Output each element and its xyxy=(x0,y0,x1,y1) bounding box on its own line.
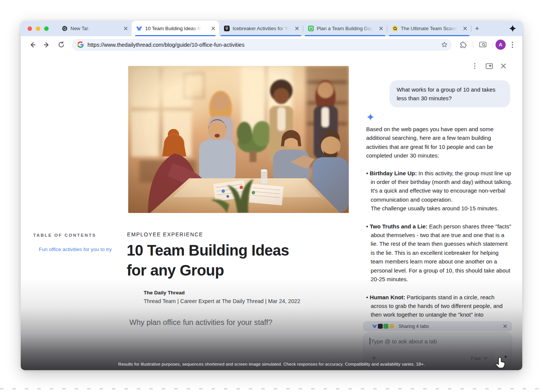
tab-label: Icebreaker Activities for Yo xyxy=(233,26,289,31)
toolbar-separator xyxy=(492,41,492,48)
zoom-window-button[interactable] xyxy=(44,26,49,31)
close-tab-icon[interactable] xyxy=(379,26,383,31)
tab-label: The Ultimate Team Scaveng xyxy=(401,26,457,31)
panel-header xyxy=(471,62,507,70)
prompt-placeholder: Type @ to ask about a tab xyxy=(371,338,437,345)
bullet-human-knot: • Human Knot: Participants stand in a ci… xyxy=(366,293,512,319)
toc-link[interactable]: Fun office activities for you to try xyxy=(39,247,112,252)
chrome-icon xyxy=(61,26,67,32)
toolbar-separator xyxy=(473,41,473,48)
scavenger-favicon xyxy=(392,26,398,32)
reload-icon[interactable] xyxy=(55,38,67,51)
panel-menu-icon[interactable] xyxy=(471,62,479,70)
open-in-window-icon[interactable] xyxy=(485,62,493,70)
byline-publisher: The Daily Thread xyxy=(144,290,185,296)
close-panel-icon[interactable] xyxy=(500,62,507,70)
close-window-button[interactable] xyxy=(28,26,32,31)
article-section-heading: Why plan office fun activities for your … xyxy=(129,318,272,327)
url-text: https://www.thedailythread.com/blog/guid… xyxy=(87,42,437,48)
icebreaker-favicon xyxy=(224,26,230,32)
tab-plan-team-building-day[interactable]: Plan a Team Building Day Th xyxy=(303,21,387,36)
close-tab-icon[interactable] xyxy=(124,26,128,31)
text-caret xyxy=(370,338,370,345)
bullet-birthday-line-up: • Birthday Line Up: In this activity, th… xyxy=(366,169,512,213)
film-strip-decoration xyxy=(0,388,543,389)
extensions-icon[interactable] xyxy=(457,38,470,51)
bullet-two-truths-and-a-lie: • Two Truths and a Lie: Each person shar… xyxy=(366,222,512,284)
send-button[interactable] xyxy=(494,351,507,365)
user-message-bubble: What works for a group of 10 and takes l… xyxy=(390,80,510,107)
tab-label: New Tab xyxy=(71,26,89,31)
sharing-label: Sharing 4 tabs xyxy=(397,324,500,329)
tab-scavenger-hunt[interactable]: The Ultimate Team Scaveng xyxy=(387,21,471,36)
new-tab-button[interactable]: + xyxy=(471,21,483,36)
minimize-window-button[interactable] xyxy=(36,26,40,31)
tab-search-icon[interactable] xyxy=(476,38,489,51)
assistant-response: Based on the web pages you have open and… xyxy=(366,125,512,328)
screen: New Tab 10 Team Building Ideas for a xyxy=(0,0,543,392)
tab-label: 10 Team Building Ideas for a xyxy=(145,26,202,31)
toc-title: TABLE OF CONTENTS xyxy=(33,233,96,237)
mouse-cursor-pointer xyxy=(496,354,509,369)
gemini-response-sparkle-icon xyxy=(367,113,374,121)
close-tab-icon[interactable] xyxy=(295,26,299,31)
assistant-panel: What works for a group of 10 and takes l… xyxy=(363,53,522,370)
browser-menu-icon[interactable] xyxy=(507,38,518,51)
tab-label: Plan a Team Building Day Th xyxy=(317,26,373,31)
article-category: EMPLOYEE EXPERIENCE xyxy=(127,231,203,237)
profile-avatar[interactable]: A xyxy=(495,40,506,50)
model-selector[interactable]: Fast xyxy=(471,355,488,361)
response-intro: Based on the web pages you have open and… xyxy=(366,125,512,160)
forward-icon[interactable] xyxy=(40,38,53,51)
tab-team-building-ideas[interactable]: 10 Team Building Ideas for a xyxy=(132,21,219,36)
byline-meta: Thread Team | Career Expert at The Daily… xyxy=(144,298,300,304)
address-bar[interactable]: https://www.thedailythread.com/blog/guid… xyxy=(72,39,452,51)
browser-toolbar: https://www.thedailythread.com/blog/guid… xyxy=(21,36,522,53)
browser-window: New Tab 10 Team Building Ideas for a xyxy=(21,21,522,370)
butterfly-favicon xyxy=(136,26,142,32)
calendar-favicon xyxy=(308,26,314,32)
article-title: 10 Team Building Ideas for any Group xyxy=(127,240,308,280)
google-logo-icon xyxy=(77,41,84,48)
prompt-placeholder-row: Type @ to ask about a tab xyxy=(370,338,506,345)
model-label: Fast xyxy=(471,355,481,361)
close-tab-icon[interactable] xyxy=(211,26,215,31)
gemini-sparkle-icon[interactable] xyxy=(503,21,522,36)
tab-new-tab[interactable]: New Tab xyxy=(57,21,132,36)
article-pane: TABLE OF CONTENTS Fun office activities … xyxy=(21,53,363,370)
window-controls xyxy=(28,21,57,36)
page-content: TABLE OF CONTENTS Fun office activities … xyxy=(21,53,522,370)
sharing-tabs-bar: Sharing 4 tabs xyxy=(363,321,512,331)
back-icon[interactable] xyxy=(26,38,39,51)
stop-sharing-icon[interactable] xyxy=(503,324,507,328)
tab-icebreaker-activities[interactable]: Icebreaker Activities for Yo xyxy=(219,21,303,36)
chevron-down-icon xyxy=(483,357,488,360)
hero-image xyxy=(128,66,349,213)
disclaimer-text: Results for illustrative purposes, seque… xyxy=(21,362,522,366)
bookmark-star-icon[interactable] xyxy=(441,41,448,48)
shared-tab-favicons xyxy=(372,324,394,329)
response-bullet-list: • Birthday Line Up: In this activity, th… xyxy=(366,169,512,319)
tab-strip: New Tab 10 Team Building Ideas for a xyxy=(21,21,522,36)
close-tab-icon[interactable] xyxy=(463,26,467,31)
